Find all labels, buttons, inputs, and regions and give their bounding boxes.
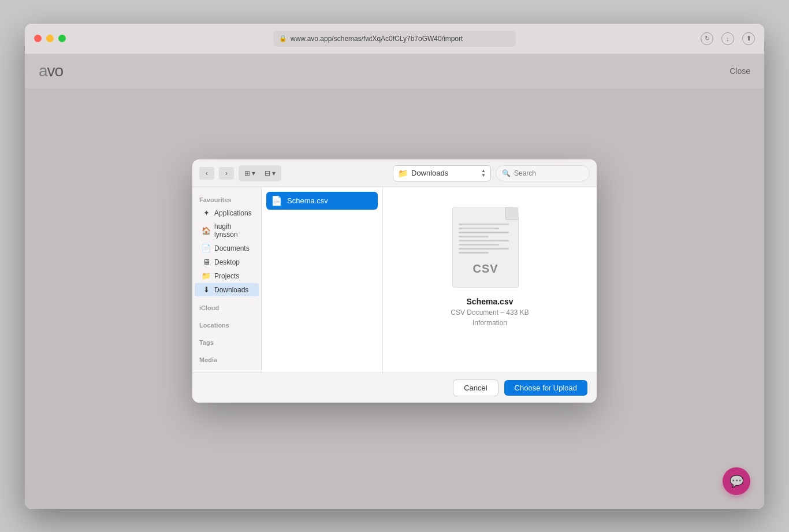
sidebar-item-desktop[interactable]: 🖥 Desktop bbox=[195, 255, 259, 269]
forward-nav-button[interactable]: › bbox=[219, 167, 234, 180]
back-nav-button[interactable]: ‹ bbox=[199, 167, 214, 180]
list-view-icon: ⊞ bbox=[244, 169, 250, 177]
projects-icon: 📁 bbox=[202, 271, 211, 280]
sidebar: Favourites ✦ Applications 🏠 hugih lynsso… bbox=[192, 187, 262, 373]
locations-label: Locations bbox=[192, 319, 261, 331]
sidebar-item-desktop-label: Desktop bbox=[214, 258, 240, 266]
url-bar[interactable]: 🔒 www.avo.app/schemas/fwtXqAc0fCLy7b7oGW… bbox=[273, 31, 516, 47]
file-item-label: Schema.csv bbox=[287, 196, 328, 205]
csv-icon-fold bbox=[505, 207, 518, 220]
sidebar-item-home[interactable]: 🏠 hugih lynsson bbox=[195, 220, 259, 241]
reload-button[interactable]: ↻ bbox=[701, 32, 713, 45]
preview-filename: Schema.csv bbox=[467, 297, 513, 306]
csv-file-type-label: CSV bbox=[472, 262, 498, 276]
preview-area: CSV Schema.csv CSV Document – 433 KB Inf… bbox=[383, 187, 597, 373]
file-list-area: 📄 Schema.csv bbox=[262, 187, 383, 373]
browser-window: 🔒 www.avo.app/schemas/fwtXqAc0fCLy7b7oGW… bbox=[25, 24, 764, 509]
sidebar-item-downloads-label: Downloads bbox=[214, 286, 248, 294]
location-selector[interactable]: 📁 Downloads ▲ ▼ bbox=[393, 165, 491, 181]
cancel-button[interactable]: Cancel bbox=[453, 380, 498, 396]
view-toggle-group: ⊞ ▾ ⊟ ▾ bbox=[239, 165, 281, 181]
applications-icon: ✦ bbox=[202, 209, 211, 217]
lock-icon: 🔒 bbox=[279, 35, 287, 42]
csv-icon-paper: CSV bbox=[452, 207, 519, 288]
media-label: Media bbox=[192, 354, 261, 366]
page-content: avo Close Learn How to Export from Other… bbox=[25, 54, 764, 509]
list-view-button[interactable]: ⊞ ▾ bbox=[240, 167, 260, 180]
location-text: Downloads bbox=[411, 169, 481, 177]
url-bar-actions: ↻ ↓ ⬆ bbox=[701, 32, 755, 45]
csv-preview-icon: CSV bbox=[452, 201, 527, 288]
sidebar-item-applications-label: Applications bbox=[214, 209, 252, 217]
sidebar-item-home-label: hugih lynsson bbox=[214, 222, 252, 239]
tags-label: Tags bbox=[192, 337, 261, 348]
maximize-traffic-light[interactable] bbox=[58, 35, 66, 42]
preview-more-label: Information bbox=[472, 319, 507, 327]
sidebar-item-documents-label: Documents bbox=[214, 244, 250, 252]
folder-icon: 📁 bbox=[398, 169, 408, 178]
sidebar-item-projects-label: Projects bbox=[214, 272, 239, 280]
choose-upload-button[interactable]: Choose for Upload bbox=[504, 380, 587, 396]
favourites-label: Favourites bbox=[192, 194, 261, 206]
documents-icon: 📄 bbox=[202, 244, 211, 252]
sidebar-item-documents[interactable]: 📄 Documents bbox=[195, 241, 259, 255]
url-text: www.avo.app/schemas/fwtXqAc0fCLy7b7oGW40… bbox=[291, 35, 463, 43]
file-item-schema-csv[interactable]: 📄 Schema.csv bbox=[266, 192, 378, 210]
location-arrows: ▲ ▼ bbox=[481, 169, 486, 178]
list-view-chevron: ▾ bbox=[252, 169, 255, 177]
file-picker-body: Favourites ✦ Applications 🏠 hugih lynsso… bbox=[192, 187, 597, 373]
icloud-label: iCloud bbox=[192, 302, 261, 314]
preview-fileinfo: CSV Document – 433 KB bbox=[451, 308, 529, 317]
csv-file-icon: 📄 bbox=[271, 195, 282, 206]
minimize-traffic-light[interactable] bbox=[46, 35, 54, 42]
download-button[interactable]: ↓ bbox=[721, 32, 734, 45]
sidebar-item-applications[interactable]: ✦ Applications bbox=[195, 206, 259, 220]
downloads-icon: ⬇ bbox=[202, 285, 211, 294]
file-picker-footer: Cancel Choose for Upload bbox=[192, 373, 597, 403]
share-button[interactable]: ⬆ bbox=[742, 32, 755, 45]
title-bar: 🔒 www.avo.app/schemas/fwtXqAc0fCLy7b7oGW… bbox=[25, 24, 764, 54]
sidebar-item-downloads[interactable]: ⬇ Downloads bbox=[195, 283, 259, 296]
search-input[interactable] bbox=[514, 169, 583, 177]
sidebar-item-projects[interactable]: 📁 Projects bbox=[195, 269, 259, 282]
file-picker-dialog: ‹ › ⊞ ▾ ⊟ ▾ 📁 Download bbox=[192, 159, 597, 403]
csv-icon-lines bbox=[459, 224, 509, 256]
traffic-lights bbox=[34, 35, 66, 42]
desktop-icon: 🖥 bbox=[202, 258, 211, 266]
grid-view-chevron: ▾ bbox=[272, 169, 276, 177]
file-picker-overlay: ‹ › ⊞ ▾ ⊟ ▾ 📁 Download bbox=[25, 54, 764, 509]
search-box[interactable]: 🔍 bbox=[496, 165, 590, 181]
home-icon: 🏠 bbox=[202, 226, 211, 235]
grid-view-button[interactable]: ⊟ ▾ bbox=[260, 167, 280, 180]
file-picker-toolbar: ‹ › ⊞ ▾ ⊟ ▾ 📁 Download bbox=[192, 159, 597, 187]
search-icon: 🔍 bbox=[502, 169, 511, 177]
close-traffic-light[interactable] bbox=[34, 35, 42, 42]
grid-view-icon: ⊟ bbox=[265, 169, 270, 177]
